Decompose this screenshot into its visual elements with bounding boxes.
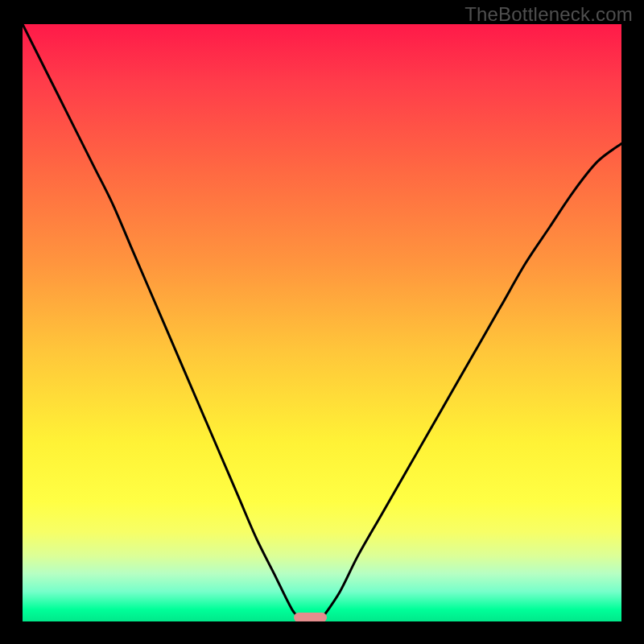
plot-area bbox=[23, 24, 621, 621]
bottleneck-curve bbox=[23, 24, 621, 621]
curve-right-branch bbox=[322, 143, 621, 618]
optimal-marker bbox=[294, 613, 327, 621]
chart-container: TheBottleneck.com bbox=[0, 0, 644, 644]
watermark-text: TheBottleneck.com bbox=[464, 3, 633, 26]
curve-left-branch bbox=[23, 24, 301, 618]
